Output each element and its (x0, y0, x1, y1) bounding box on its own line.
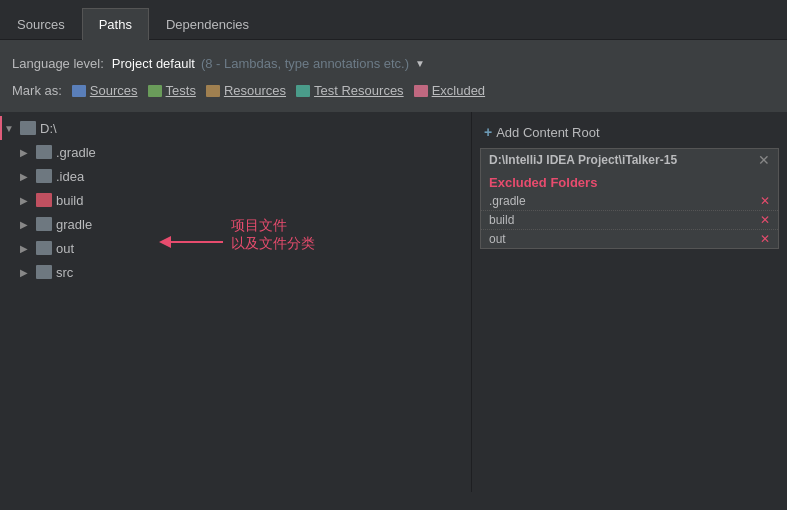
excluded-out-close-button[interactable]: ✕ (760, 232, 770, 246)
src-folder-icon (36, 265, 52, 279)
mark-resources-label: Resources (224, 83, 286, 98)
root-item-name: D:\ (40, 121, 57, 136)
expand-arrow-gradle: ▶ (20, 147, 36, 158)
expand-arrow-build: ▶ (20, 195, 36, 206)
add-content-root-button[interactable]: + Add Content Root (472, 120, 787, 148)
idea-folder-icon (36, 169, 52, 183)
tests-folder-icon (148, 85, 162, 97)
content-root-path: D:\IntelliJ IDEA Project\iTalker-15 (489, 153, 677, 167)
add-ontent-text: ontent Root (532, 125, 599, 140)
excluded-item-out: out ✕ (481, 230, 778, 248)
language-level-select[interactable]: Project default (8 - Lambdas, type annot… (112, 56, 425, 71)
plus-icon: + (484, 124, 492, 140)
excluded-folders-label: Excluded Folders (481, 171, 778, 192)
gradle2-folder-icon (36, 217, 52, 231)
file-tree-pane: ▼ D:\ ▶ .gradle ▶ .idea ▶ build (0, 112, 472, 492)
gradle-item-name: .gradle (56, 145, 96, 160)
language-level-default: Project default (112, 56, 195, 71)
excluded-gradle-close-button[interactable]: ✕ (760, 194, 770, 208)
annotation-text: 项目文件 以及文件分类 (231, 217, 315, 253)
expand-arrow-idea: ▶ (20, 171, 36, 182)
language-level-hint: (8 - Lambdas, type annotations etc.) (201, 56, 409, 71)
out-folder-icon (36, 241, 52, 255)
mark-test-resources-label: Test Resources (314, 83, 404, 98)
mark-as-label: Mark as: (12, 83, 62, 98)
add-content-text: C (523, 125, 532, 140)
annotation-overlay: 项目文件 以及文件分类 (155, 217, 315, 267)
idea-item-name: .idea (56, 169, 84, 184)
content-root-close-button[interactable]: ✕ (758, 153, 770, 167)
annotation-arrow-svg (155, 217, 225, 267)
src-item-name: src (56, 265, 73, 280)
gradle2-item-name: gradle (56, 217, 92, 232)
resources-folder-icon (206, 85, 220, 97)
expand-arrow-src: ▶ (20, 267, 36, 278)
sources-folder-icon (72, 85, 86, 97)
mark-excluded-button[interactable]: Excluded (414, 83, 485, 98)
expand-arrow-out: ▶ (20, 243, 36, 254)
excluded-folder-icon (414, 85, 428, 97)
mark-tests-label: Tests (166, 83, 196, 98)
excluded-item-build: build ✕ (481, 211, 778, 230)
test-resources-folder-icon (296, 85, 310, 97)
chevron-down-icon: ▼ (415, 58, 425, 69)
language-level-row: Language level: Project default (8 - Lam… (12, 50, 775, 79)
expand-arrow-root: ▼ (4, 123, 20, 134)
mark-excluded-label: Excluded (432, 83, 485, 98)
excluded-item-gradle: .gradle ✕ (481, 192, 778, 211)
tree-root-item[interactable]: ▼ D:\ (0, 116, 471, 140)
right-panel: + Add Content Root D:\IntelliJ IDEA Proj… (472, 112, 787, 492)
tab-sources[interactable]: Sources (0, 8, 82, 40)
gradle-folder-icon (36, 145, 52, 159)
mark-sources-label: Sources (90, 83, 138, 98)
content-header: Language level: Project default (8 - Lam… (0, 40, 787, 112)
build-item-name: build (56, 193, 83, 208)
excluded-out-name: out (489, 232, 506, 246)
expand-arrow-gradle2: ▶ (20, 219, 36, 230)
add-content-root-label: Add Content Root (496, 125, 599, 140)
tab-paths[interactable]: Paths (82, 8, 149, 40)
excluded-gradle-name: .gradle (489, 194, 526, 208)
root-folder-icon (20, 121, 36, 135)
mark-test-resources-button[interactable]: Test Resources (296, 83, 404, 98)
mark-as-row: Mark as: Sources Tests Resources Test Re… (12, 79, 775, 106)
build-folder-icon (36, 193, 52, 207)
tab-dependencies[interactable]: Dependencies (149, 8, 266, 40)
language-level-label: Language level: (12, 56, 104, 71)
tree-item-gradle[interactable]: ▶ .gradle (0, 140, 471, 164)
tree-item-idea[interactable]: ▶ .idea (0, 164, 471, 188)
excluded-build-close-button[interactable]: ✕ (760, 213, 770, 227)
add-text: Add (496, 125, 523, 140)
out-item-name: out (56, 241, 74, 256)
main-body: ▼ D:\ ▶ .gradle ▶ .idea ▶ build (0, 112, 787, 492)
mark-tests-button[interactable]: Tests (148, 83, 196, 98)
content-root-header: D:\IntelliJ IDEA Project\iTalker-15 ✕ (481, 149, 778, 171)
tree-item-build[interactable]: ▶ build (0, 188, 471, 212)
mark-resources-button[interactable]: Resources (206, 83, 286, 98)
mark-sources-button[interactable]: Sources (72, 83, 138, 98)
tab-bar: Sources Paths Dependencies (0, 0, 787, 40)
content-root-box: D:\IntelliJ IDEA Project\iTalker-15 ✕ Ex… (480, 148, 779, 249)
excluded-build-name: build (489, 213, 514, 227)
